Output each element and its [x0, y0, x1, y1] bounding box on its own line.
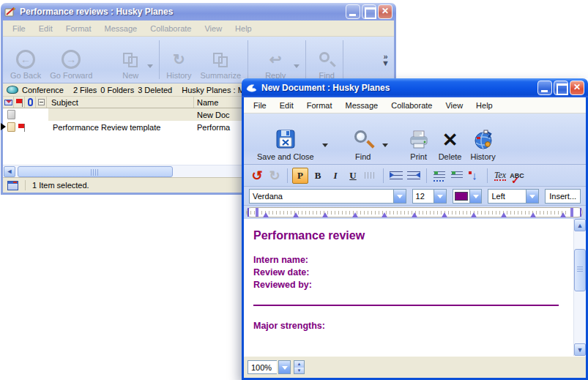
menu-edit[interactable]: Edit: [273, 99, 300, 112]
menu-file[interactable]: File: [6, 22, 32, 35]
tab-stop-marker[interactable]: [471, 209, 477, 217]
tab-stop-marker[interactable]: [442, 209, 447, 217]
scroll-left-button[interactable]: ◄: [4, 166, 15, 177]
subject-column-header[interactable]: Subject: [47, 97, 194, 108]
chevron-down-icon[interactable]: [393, 190, 406, 203]
menu-format[interactable]: Format: [59, 22, 98, 35]
save-icon: [275, 128, 297, 150]
fixed-font-button[interactable]: [362, 168, 379, 184]
outdent-button[interactable]: [406, 168, 422, 184]
scrollbar-thumb[interactable]: [574, 249, 586, 291]
save-dropdown-arrow[interactable]: [322, 144, 328, 150]
plain-style-button[interactable]: P: [292, 168, 308, 184]
minimize-button[interactable]: [346, 4, 360, 19]
menu-format[interactable]: Format: [300, 99, 339, 112]
menu-collaborate[interactable]: Collaborate: [384, 99, 439, 112]
tab-stop-marker[interactable]: [293, 209, 299, 217]
save-and-close-button[interactable]: Save and Close: [247, 113, 319, 164]
menu-collaborate[interactable]: Collaborate: [144, 22, 198, 35]
format-toolbar: ↺ ↻ P B I U ↓ Tex ABC: [244, 165, 586, 187]
menu-message[interactable]: Message: [339, 99, 385, 112]
tab-stop-marker[interactable]: [412, 209, 417, 217]
maximize-button[interactable]: [362, 4, 376, 19]
print-icon: [408, 130, 430, 150]
underline-button[interactable]: U: [345, 168, 361, 184]
scroll-down-button[interactable]: ▼: [574, 343, 586, 356]
menu-help[interactable]: Help: [228, 22, 258, 35]
column-collapse[interactable]: [36, 97, 47, 108]
chevron-down-icon[interactable]: [469, 190, 482, 203]
toolbar-overflow-chevron[interactable]: »▼: [377, 53, 394, 67]
zoom-stepper[interactable]: ▲ ▼: [294, 360, 305, 374]
history-button[interactable]: ↻ History: [162, 37, 196, 83]
scroll-up-button[interactable]: ▲: [574, 219, 586, 231]
insert-rule-button[interactable]: [431, 168, 447, 184]
menu-edit[interactable]: Edit: [32, 22, 59, 35]
chevron-down-icon[interactable]: [526, 190, 538, 203]
italic-button[interactable]: I: [327, 168, 343, 184]
undo-icon: ↺: [251, 168, 262, 184]
print-button[interactable]: Print: [403, 113, 434, 164]
undo-button[interactable]: ↺: [249, 168, 265, 184]
front-titlebar[interactable]: New Document : Husky Planes: [242, 78, 588, 97]
insert-field[interactable]: Insert...: [545, 189, 581, 204]
find-button[interactable]: Find: [313, 37, 340, 83]
tab-stop-marker[interactable]: [352, 209, 358, 217]
font-color-select[interactable]: [453, 189, 482, 204]
zoom-level[interactable]: 100%: [248, 360, 277, 374]
menu-help[interactable]: Help: [469, 99, 499, 112]
menu-message[interactable]: Message: [98, 22, 144, 35]
tab-stop-marker[interactable]: [382, 209, 387, 217]
vertical-scrollbar[interactable]: ▲ ▼: [573, 219, 586, 356]
tab-stop-marker[interactable]: [501, 209, 507, 217]
reply-dropdown-arrow[interactable]: [294, 64, 299, 71]
zoom-dropdown-button[interactable]: [278, 360, 291, 374]
close-button[interactable]: [570, 81, 584, 95]
tab-stop-marker[interactable]: [560, 209, 566, 217]
history-button[interactable]: History: [466, 113, 499, 164]
scrollbar-thumb[interactable]: [18, 166, 173, 177]
fixed-font-icon: [365, 172, 376, 179]
font-family-select[interactable]: Verdana: [249, 189, 406, 204]
maximize-button[interactable]: [554, 81, 568, 95]
font-size-select[interactable]: 12: [412, 189, 447, 204]
go-forward-button[interactable]: → Go Forward: [45, 37, 97, 83]
document-editor[interactable]: Performance review Intern name: Review d…: [244, 219, 573, 356]
column-flag[interactable]: [14, 97, 25, 108]
new-button[interactable]: New: [117, 37, 144, 83]
back-titlebar[interactable]: Performance reviews : Husky Planes: [1, 3, 396, 21]
insert-signature-button[interactable]: ↓: [466, 168, 483, 184]
split-pane-icon[interactable]: [7, 181, 18, 190]
envelope-icon: [4, 100, 12, 105]
tab-stop-marker[interactable]: [530, 209, 536, 217]
column-attachment[interactable]: [25, 97, 36, 108]
delete-button[interactable]: ✕ Delete: [434, 113, 466, 164]
ruler[interactable]: [246, 207, 583, 217]
menu-view[interactable]: View: [198, 22, 228, 35]
menu-file[interactable]: File: [247, 99, 273, 112]
tab-stop-marker[interactable]: [263, 209, 269, 217]
column-unread[interactable]: [3, 97, 14, 108]
alignment-select[interactable]: Left: [488, 189, 539, 204]
redo-button[interactable]: ↻: [267, 168, 283, 184]
reply-button[interactable]: ↩ Reply: [261, 37, 290, 83]
stepper-down-icon[interactable]: ▼: [294, 368, 304, 374]
minimize-button[interactable]: [537, 81, 552, 95]
menu-view[interactable]: View: [439, 99, 469, 112]
find-dropdown-arrow[interactable]: [382, 144, 388, 150]
summarize-button[interactable]: Summarize: [196, 37, 246, 83]
go-back-button[interactable]: ← Go Back: [6, 37, 45, 83]
paragraph-style-button[interactable]: [449, 168, 465, 184]
spellcheck-button[interactable]: ABC: [510, 168, 526, 184]
chevron-down-icon[interactable]: [433, 190, 446, 203]
autocorrect-button[interactable]: Tex: [492, 168, 508, 184]
tab-stop-marker[interactable]: [322, 209, 328, 217]
find-button[interactable]: Find: [348, 113, 379, 164]
bold-button[interactable]: B: [310, 168, 326, 184]
new-dropdown-arrow[interactable]: [147, 64, 153, 71]
close-button[interactable]: [378, 4, 392, 19]
indent-button[interactable]: [388, 168, 404, 184]
front-toolbar: Save and Close Find Print ✕ Delete: [244, 113, 586, 165]
history-globe-icon: [472, 130, 494, 150]
stepper-up-icon[interactable]: ▲: [294, 361, 304, 368]
